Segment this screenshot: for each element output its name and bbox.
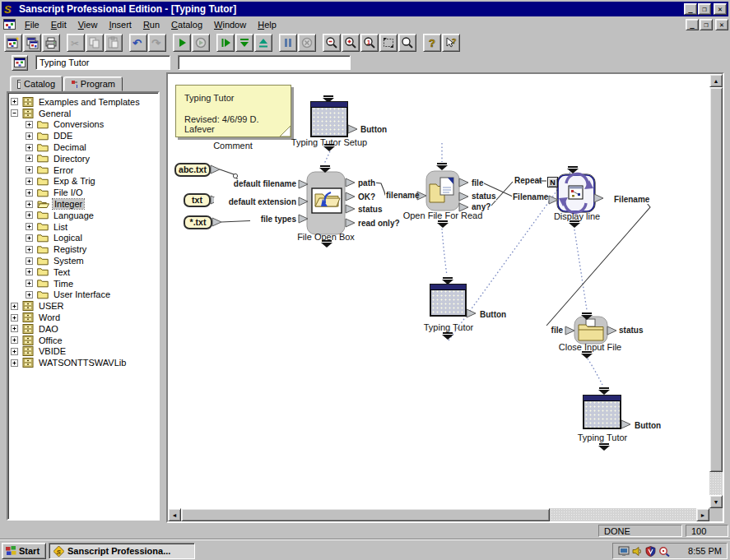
menu-insert[interactable]: Insert bbox=[103, 19, 137, 30]
tree-expander[interactable] bbox=[26, 257, 35, 265]
tab-program[interactable]: Program bbox=[63, 76, 123, 91]
tree-expander[interactable] bbox=[11, 109, 20, 117]
tree-expander[interactable] bbox=[26, 223, 35, 230]
tree-item-label[interactable]: Exp & Trig bbox=[52, 176, 97, 186]
tree-item-dao[interactable]: DAO bbox=[8, 323, 158, 335]
tree-item-error[interactable]: Error bbox=[8, 164, 158, 176]
catalog-tree[interactable]: Examples and TemplatesGeneralConversions… bbox=[7, 91, 160, 521]
tree-expander[interactable] bbox=[26, 144, 35, 151]
display-settings-icon[interactable] bbox=[618, 546, 630, 557]
flowgram-list-button[interactable] bbox=[12, 55, 28, 71]
vertical-scroll-thumb[interactable] bbox=[709, 87, 723, 472]
menu-view[interactable]: View bbox=[72, 19, 104, 30]
step-into-button[interactable] bbox=[235, 34, 253, 52]
tree-item-label[interactable]: General bbox=[37, 109, 72, 118]
volume-icon[interactable] bbox=[632, 546, 643, 557]
tree-item-dde[interactable]: DDE bbox=[8, 130, 158, 141]
node-typing-tutor-bottom[interactable] bbox=[583, 395, 621, 429]
app-icon[interactable]: S bbox=[3, 3, 16, 15]
tree-item-label[interactable]: Directory bbox=[52, 154, 91, 164]
menu-help[interactable]: Help bbox=[252, 19, 282, 30]
close-button[interactable]: ✕ bbox=[714, 3, 727, 15]
node-open-file-for-read[interactable] bbox=[426, 171, 459, 211]
scroll-left-button[interactable]: ◄ bbox=[168, 508, 181, 521]
start-button[interactable]: Start bbox=[2, 543, 46, 559]
tree-item-conversions[interactable]: Conversions bbox=[8, 119, 158, 131]
tree-item-label[interactable]: Text bbox=[52, 267, 72, 277]
zoom-fit-button[interactable] bbox=[379, 34, 398, 52]
tree-item-label[interactable]: USER bbox=[37, 301, 66, 311]
tree-item-examples-and-templates[interactable]: Examples and Templates bbox=[8, 96, 158, 108]
flowgram-diagram[interactable]: Typing Tutor Revised: 4/6/99 D. Lafever … bbox=[168, 74, 709, 508]
tree-item-label[interactable]: DAO bbox=[37, 324, 60, 334]
tree-item-label[interactable]: WATSONTTSWAVLib bbox=[37, 358, 128, 368]
menu-file[interactable]: File bbox=[19, 19, 45, 30]
tree-item-label[interactable]: Conversions bbox=[52, 119, 105, 129]
mdi-child-icon[interactable] bbox=[3, 19, 16, 30]
tree-item-user[interactable]: USER bbox=[8, 300, 158, 312]
node-typing-tutor-mid[interactable] bbox=[430, 284, 467, 317]
tree-expander[interactable] bbox=[11, 348, 20, 355]
magnifier-button[interactable] bbox=[398, 34, 416, 52]
repeat-count-badge[interactable]: N bbox=[547, 177, 558, 187]
tree-item-text[interactable]: Text bbox=[8, 266, 158, 278]
tree-item-decimal[interactable]: Decimal bbox=[8, 141, 158, 153]
tree-item-time[interactable]: Time bbox=[8, 278, 158, 289]
tree-expander[interactable] bbox=[26, 155, 35, 162]
vertical-scrollbar[interactable]: ▲ ▼ bbox=[709, 74, 723, 508]
node-typing-tutor-setup[interactable] bbox=[310, 101, 348, 137]
tree-item-office[interactable]: Office bbox=[8, 335, 158, 346]
tree-expander[interactable] bbox=[11, 314, 20, 322]
tree-expander[interactable] bbox=[26, 201, 35, 208]
context-help-button[interactable]: ? bbox=[442, 34, 460, 52]
tree-expander[interactable] bbox=[11, 359, 20, 367]
wire-junction[interactable] bbox=[233, 174, 237, 178]
tree-item-label[interactable]: Integer bbox=[53, 199, 84, 209]
constant-star-txt[interactable]: *.txt bbox=[184, 215, 212, 229]
new-flowgram-button[interactable]: ✦ bbox=[4, 34, 22, 52]
copy-button[interactable] bbox=[86, 34, 104, 52]
scheduler-icon[interactable] bbox=[658, 546, 670, 557]
mdi-close-button[interactable]: ✕ bbox=[715, 19, 728, 30]
scroll-up-button[interactable]: ▲ bbox=[709, 74, 723, 87]
tree-item-list[interactable]: List bbox=[8, 221, 158, 233]
undo-button[interactable]: ↶ bbox=[129, 34, 147, 52]
tree-expander[interactable] bbox=[11, 325, 20, 332]
stop-button[interactable] bbox=[298, 34, 316, 52]
tree-item-label[interactable]: Error bbox=[52, 165, 75, 175]
tree-item-directory[interactable]: Directory bbox=[8, 153, 158, 164]
step-button[interactable] bbox=[216, 34, 235, 52]
tree-expander[interactable] bbox=[26, 178, 35, 185]
mdi-minimize-button[interactable]: _ bbox=[686, 19, 699, 30]
node-file-open-box[interactable] bbox=[307, 172, 345, 234]
menu-window[interactable]: Window bbox=[208, 19, 252, 30]
watch-value-field[interactable] bbox=[178, 55, 351, 70]
tree-item-label[interactable]: Word bbox=[37, 312, 62, 322]
zoom-100-button[interactable]: 1 bbox=[360, 34, 379, 52]
tree-item-file-i-o[interactable]: File I/O bbox=[8, 187, 158, 198]
run-button[interactable] bbox=[173, 34, 191, 52]
cut-button[interactable]: ✂ bbox=[67, 34, 85, 52]
menu-run[interactable]: Run bbox=[137, 19, 165, 30]
flowgram-selector[interactable]: Typing Tutor bbox=[35, 55, 170, 70]
print-button[interactable] bbox=[42, 34, 60, 52]
scroll-right-button[interactable]: ► bbox=[696, 508, 709, 521]
tree-item-label[interactable]: Registry bbox=[52, 244, 88, 254]
tree-item-label[interactable]: Language bbox=[52, 211, 95, 220]
redo-button[interactable]: ↷ bbox=[148, 34, 166, 52]
tree-expander[interactable] bbox=[26, 268, 35, 275]
tree-expander[interactable] bbox=[26, 234, 35, 242]
tree-item-label[interactable]: DDE bbox=[52, 131, 74, 141]
tree-item-vbide[interactable]: VBIDE bbox=[8, 346, 158, 358]
tree-item-watsonttswavlib[interactable]: WATSONTTSWAVLib bbox=[8, 357, 158, 368]
tree-expander[interactable] bbox=[26, 211, 35, 219]
zoom-in-button[interactable] bbox=[342, 34, 360, 52]
tree-expander[interactable] bbox=[26, 166, 35, 174]
restore-button[interactable]: ❐ bbox=[698, 3, 711, 15]
tree-item-language[interactable]: Language bbox=[8, 210, 158, 221]
tree-item-integer[interactable]: Integer bbox=[8, 198, 158, 210]
menu-catalog[interactable]: Catalog bbox=[165, 19, 208, 30]
tree-item-label[interactable]: Examples and Templates bbox=[37, 97, 142, 107]
tree-item-general[interactable]: General bbox=[8, 108, 158, 119]
tree-expander[interactable] bbox=[26, 280, 35, 287]
